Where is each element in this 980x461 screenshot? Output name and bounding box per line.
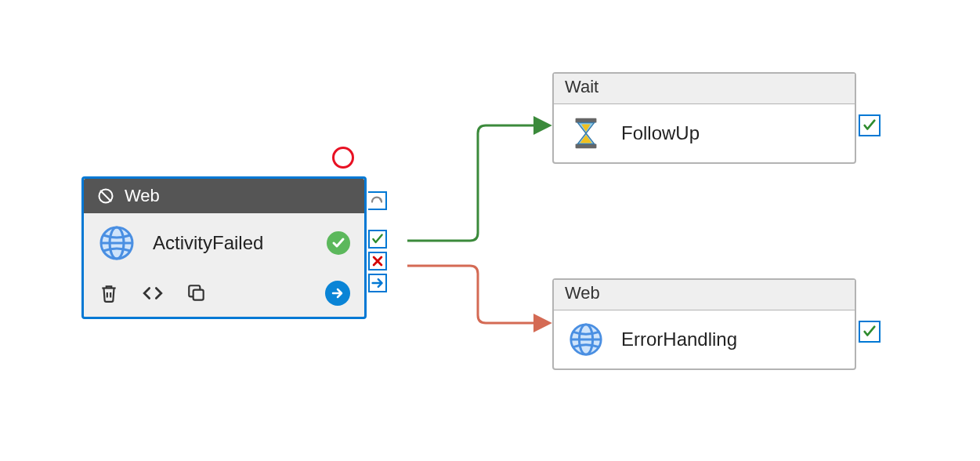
clone-icon[interactable] [186,282,208,304]
web-icon [568,321,604,358]
delete-icon[interactable] [98,282,120,304]
port-failure[interactable] [368,252,387,270]
node-name-label: ErrorHandling [621,329,841,350]
node-titlebar[interactable]: Wait [554,74,855,104]
node-body: ActivityFailed [84,213,364,273]
node-body: FollowUp [554,104,855,162]
node-body: ErrorHandling [554,310,855,368]
node-titlebar[interactable]: Web [554,280,855,310]
output-port-stack-2 [368,230,387,292]
port-skip[interactable] [368,274,387,292]
svg-rect-7 [576,118,597,123]
node-name-label: ActivityFailed [153,232,309,254]
node-type-label: Web [565,283,600,303]
wait-hourglass-icon [568,115,604,151]
connector-failure [407,266,548,323]
breakpoint-indicator[interactable] [332,147,354,169]
svg-rect-5 [193,290,204,300]
port-success[interactable] [368,230,387,249]
deactivate-icon [95,185,117,207]
code-icon[interactable] [142,282,164,304]
activity-node-errorhandling[interactable]: Web ErrorHandling [552,278,856,370]
validation-status-icon [859,321,881,343]
status-success-icon [327,231,350,255]
open-arrow-icon[interactable] [325,281,350,306]
connector-success [407,125,548,241]
node-type-label: Wait [565,77,598,96]
node-type-label: Web [125,186,160,206]
node-name-label: FollowUp [621,122,841,144]
activity-node-activityfailed[interactable]: Web ActivityFailed [81,176,367,319]
activity-node-followup[interactable]: Wait FollowUp [552,72,856,164]
svg-line-1 [100,191,111,201]
node-actions [84,273,364,317]
output-port-stack [368,191,387,210]
validation-status-icon [859,114,881,136]
port-completion[interactable] [368,191,387,210]
node-titlebar[interactable]: Web [84,179,364,213]
web-icon [98,224,136,262]
svg-rect-8 [576,143,597,148]
